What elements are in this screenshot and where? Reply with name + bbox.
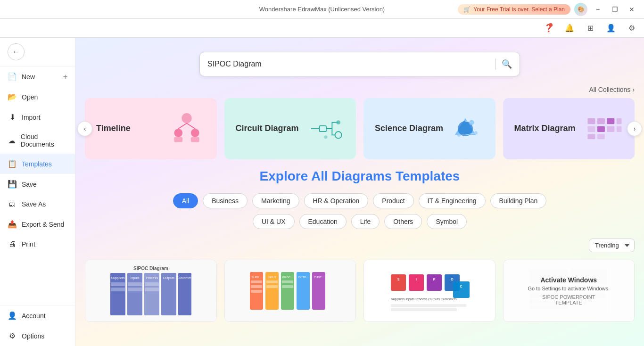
new-icon: 📄 xyxy=(8,72,17,81)
sidebar-item-export[interactable]: 📤 Export & Send xyxy=(0,214,75,234)
save-icon: 💾 xyxy=(8,180,17,189)
svg-rect-60 xyxy=(266,285,278,288)
carousel-card-title-matrix: Matrix Diagram xyxy=(514,123,576,134)
sidebar-item-templates[interactable]: 📋 Templates xyxy=(0,154,75,174)
filter-tag-building[interactable]: Building Plan xyxy=(490,193,547,208)
search-button[interactable]: 🔍 xyxy=(502,59,512,69)
svg-text:INPUT: INPUT xyxy=(268,276,276,279)
minimize-button[interactable]: − xyxy=(591,3,604,16)
svg-rect-45 xyxy=(145,288,159,291)
avatar[interactable]: 🎨 xyxy=(574,3,587,16)
trial-banner[interactable]: 🛒 Your Free Trial is over. Select a Plan xyxy=(458,4,570,15)
sidebar-item-open[interactable]: 📂 Open xyxy=(0,87,75,107)
template-card-4[interactable]: Activate Windows Go to Settings to activ… xyxy=(503,260,635,322)
sidebar-item-save[interactable]: 💾 Save xyxy=(0,174,75,194)
sidebar-item-label-save: Save xyxy=(22,181,37,188)
activate-overlay: Activate Windows Go to Settings to activ… xyxy=(504,260,635,321)
filter-tag-all[interactable]: All xyxy=(173,193,198,208)
saveas-icon: 🗂 xyxy=(8,200,17,208)
sidebar-item-saveas[interactable]: 🗂 Save As xyxy=(0,194,75,214)
carousel-card-title-circuit: Circuit Diagram xyxy=(236,123,299,134)
bell-icon: 🔔 xyxy=(565,24,574,33)
back-button[interactable]: ← xyxy=(0,38,75,66)
sidebar-item-cloud[interactable]: ☁ Cloud Documents xyxy=(0,127,75,154)
filter-tag-hr[interactable]: HR & Operation xyxy=(304,193,369,208)
science-svg xyxy=(446,110,484,148)
svg-text:I: I xyxy=(416,278,417,281)
export-icon: 📤 xyxy=(8,220,17,229)
svg-rect-6 xyxy=(190,137,199,142)
settings-icon: ⚙ xyxy=(628,24,635,33)
sipoc-svg-1: SIPOC Diagram Suppliers Inputs Process O… xyxy=(108,263,193,319)
sidebar-item-label-account: Account xyxy=(22,312,46,320)
filter-tag-symbol[interactable]: Symbol xyxy=(427,214,467,229)
svg-text:Customers: Customers xyxy=(177,276,193,280)
svg-point-0 xyxy=(182,113,191,123)
carousel-card-circuit[interactable]: Circuit Diagram xyxy=(224,98,356,159)
all-collections-text: All Collections xyxy=(589,86,630,93)
svg-text:Suppliers Inputs Process Outpu: Suppliers Inputs Process Outputs Custome… xyxy=(391,297,457,301)
all-collections-link[interactable]: All Collections › xyxy=(75,86,644,98)
template-card-img-3: S I P O C Suppliers Inputs Process Outpu… xyxy=(364,260,495,321)
help-button[interactable]: ❓ xyxy=(542,22,555,35)
svg-rect-63 xyxy=(391,274,406,291)
search-divider xyxy=(495,58,496,70)
filter-row-2: UI & UX Education Life Others Symbol xyxy=(85,214,635,229)
search-input[interactable] xyxy=(207,60,490,68)
trending-select[interactable]: Trending Newest Popular xyxy=(589,239,635,252)
sidebar-item-label-import: Import xyxy=(22,114,41,121)
trial-text: Your Free Trial is over. Select a Plan xyxy=(473,6,565,13)
carousel-card-img-circuit xyxy=(307,110,345,148)
notifications-button[interactable]: 🔔 xyxy=(563,22,576,35)
filter-tag-life[interactable]: Life xyxy=(351,214,380,229)
chevron-right-icon: › xyxy=(632,86,635,93)
svg-line-3 xyxy=(178,123,187,129)
template-card-2[interactable]: SUPP... INPUT PROC... OUTP... CUST... xyxy=(224,260,356,322)
svg-rect-40 xyxy=(111,282,125,286)
new-plus-icon: + xyxy=(63,73,67,81)
user-button[interactable]: 👤 xyxy=(604,22,618,35)
filter-tag-business[interactable]: Business xyxy=(203,193,248,208)
svg-point-1 xyxy=(174,129,182,137)
app-title: Wondershare EdrawMax (Unlicensed Version… xyxy=(259,6,385,13)
carousel-card-timeline[interactable]: Timeline xyxy=(85,98,217,159)
filter-tag-ui[interactable]: UI & UX xyxy=(253,214,295,229)
search-container: 🔍 xyxy=(75,38,644,86)
sidebar-item-options[interactable]: ⚙ Options xyxy=(0,326,75,346)
grid-button[interactable]: ⊞ xyxy=(584,22,597,35)
restore-button[interactable]: ❐ xyxy=(608,3,621,16)
sidebar-item-import[interactable]: ⬇ Import xyxy=(0,107,75,127)
carousel-card-matrix[interactable]: Matrix Diagram xyxy=(503,98,635,159)
titlebar: Wondershare EdrawMax (Unlicensed Version… xyxy=(0,0,644,19)
template-card-1[interactable]: SIPOC Diagram Suppliers Inputs Process O… xyxy=(85,260,217,322)
sipoc-svg-3: S I P O C Suppliers Inputs Process Outpu… xyxy=(387,263,472,319)
carousel-card-img-matrix xyxy=(586,110,623,148)
svg-text:C: C xyxy=(460,285,462,288)
carousel-next-button[interactable]: › xyxy=(627,121,642,136)
activate-title: Activate Windows xyxy=(540,276,597,284)
templates-grid: SIPOC Diagram Suppliers Inputs Process O… xyxy=(85,256,635,331)
template-card-3[interactable]: S I P O C Suppliers Inputs Process Outpu… xyxy=(363,260,495,322)
filter-tag-education[interactable]: Education xyxy=(299,214,347,229)
svg-point-2 xyxy=(190,129,199,137)
sidebar-item-label-saveas: Save As xyxy=(22,200,46,208)
filter-tag-others[interactable]: Others xyxy=(384,214,422,229)
filter-tag-product[interactable]: Product xyxy=(373,193,413,208)
trending-row: Trending Newest Popular xyxy=(85,235,635,256)
close-button[interactable]: ✕ xyxy=(625,3,638,16)
filter-row: All Business Marketing HR & Operation Pr… xyxy=(85,193,635,208)
template-subtitle: SIPOC POWERPOINTTEMPLATE xyxy=(542,294,595,305)
filter-tag-marketing[interactable]: Marketing xyxy=(252,193,299,208)
back-circle[interactable]: ← xyxy=(8,43,25,60)
settings-button[interactable]: ⚙ xyxy=(625,22,638,35)
filter-tag-it[interactable]: IT & Engineering xyxy=(419,193,486,208)
sidebar-item-account[interactable]: 👤 Account xyxy=(0,305,75,326)
explore-title-plain: Explore xyxy=(260,169,311,183)
sidebar-item-print[interactable]: 🖨 Print xyxy=(0,234,75,254)
carousel-prev-button[interactable]: ‹ xyxy=(77,121,92,136)
carousel-card-science[interactable]: Science Diagram xyxy=(363,98,495,159)
chevron-left-icon: ‹ xyxy=(84,125,86,132)
sidebar-item-new[interactable]: 📄 New + xyxy=(0,66,75,87)
circuit-svg xyxy=(307,112,345,145)
svg-rect-74 xyxy=(391,304,466,307)
